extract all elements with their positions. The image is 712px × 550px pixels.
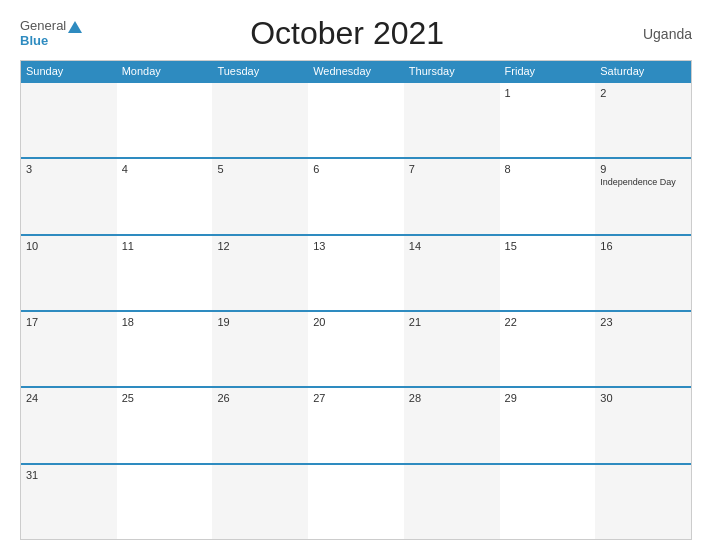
- day-number: 14: [409, 240, 495, 252]
- day-number: 15: [505, 240, 591, 252]
- day-cell: 21: [404, 312, 500, 386]
- day-number: 8: [505, 163, 591, 175]
- day-number: 11: [122, 240, 208, 252]
- day-cell: 6: [308, 159, 404, 233]
- day-cell: 10: [21, 236, 117, 310]
- calendar-title: October 2021: [82, 15, 612, 52]
- day-cell: [500, 465, 596, 539]
- logo-blue-text: Blue: [20, 34, 48, 48]
- day-cell: 22: [500, 312, 596, 386]
- logo: General Blue: [20, 19, 82, 48]
- day-cell: 28: [404, 388, 500, 462]
- day-number: 30: [600, 392, 686, 404]
- day-cell: [212, 465, 308, 539]
- day-cell: 11: [117, 236, 213, 310]
- week-row-2: 3456789Independence Day: [21, 157, 691, 233]
- day-header-saturday: Saturday: [595, 61, 691, 81]
- day-cell: 26: [212, 388, 308, 462]
- day-number: 5: [217, 163, 303, 175]
- day-cell: [21, 83, 117, 157]
- day-cell: 24: [21, 388, 117, 462]
- day-cell: 23: [595, 312, 691, 386]
- day-number: 19: [217, 316, 303, 328]
- day-number: 1: [505, 87, 591, 99]
- day-header-thursday: Thursday: [404, 61, 500, 81]
- day-cell: [404, 83, 500, 157]
- day-cell: [117, 465, 213, 539]
- day-number: 9: [600, 163, 686, 175]
- day-cell: 12: [212, 236, 308, 310]
- day-cell: [404, 465, 500, 539]
- day-cell: 19: [212, 312, 308, 386]
- day-cell: 17: [21, 312, 117, 386]
- week-row-6: 31: [21, 463, 691, 539]
- day-number: 6: [313, 163, 399, 175]
- day-number: 22: [505, 316, 591, 328]
- calendar-grid: SundayMondayTuesdayWednesdayThursdayFrid…: [20, 60, 692, 540]
- day-cell: 27: [308, 388, 404, 462]
- day-number: 18: [122, 316, 208, 328]
- day-cell: 20: [308, 312, 404, 386]
- day-number: 28: [409, 392, 495, 404]
- day-header-sunday: Sunday: [21, 61, 117, 81]
- day-number: 27: [313, 392, 399, 404]
- days-header: SundayMondayTuesdayWednesdayThursdayFrid…: [21, 61, 691, 81]
- day-cell: 13: [308, 236, 404, 310]
- day-number: 23: [600, 316, 686, 328]
- week-row-1: 12: [21, 81, 691, 157]
- day-cell: 4: [117, 159, 213, 233]
- day-cell: 3: [21, 159, 117, 233]
- day-cell: 31: [21, 465, 117, 539]
- day-number: 12: [217, 240, 303, 252]
- day-number: 21: [409, 316, 495, 328]
- day-cell: [308, 83, 404, 157]
- day-number: 26: [217, 392, 303, 404]
- day-cell: 2: [595, 83, 691, 157]
- logo-triangle-icon: [68, 21, 82, 33]
- day-event: Independence Day: [600, 177, 686, 188]
- day-header-tuesday: Tuesday: [212, 61, 308, 81]
- day-number: 2: [600, 87, 686, 99]
- day-cell: [308, 465, 404, 539]
- day-cell: 18: [117, 312, 213, 386]
- day-number: 17: [26, 316, 112, 328]
- day-number: 24: [26, 392, 112, 404]
- day-cell: 29: [500, 388, 596, 462]
- day-cell: 25: [117, 388, 213, 462]
- day-number: 10: [26, 240, 112, 252]
- day-cell: 14: [404, 236, 500, 310]
- day-number: 20: [313, 316, 399, 328]
- day-header-wednesday: Wednesday: [308, 61, 404, 81]
- day-cell: 9Independence Day: [595, 159, 691, 233]
- day-cell: [595, 465, 691, 539]
- day-cell: 8: [500, 159, 596, 233]
- header-row: General Blue October 2021 Uganda: [20, 15, 692, 52]
- day-number: 16: [600, 240, 686, 252]
- day-cell: [117, 83, 213, 157]
- day-cell: 7: [404, 159, 500, 233]
- week-row-4: 17181920212223: [21, 310, 691, 386]
- day-number: 3: [26, 163, 112, 175]
- day-cell: 5: [212, 159, 308, 233]
- week-row-3: 10111213141516: [21, 234, 691, 310]
- day-number: 25: [122, 392, 208, 404]
- day-number: 4: [122, 163, 208, 175]
- day-number: 29: [505, 392, 591, 404]
- day-cell: 30: [595, 388, 691, 462]
- weeks-container: 123456789Independence Day101112131415161…: [21, 81, 691, 539]
- day-cell: [212, 83, 308, 157]
- day-number: 31: [26, 469, 112, 481]
- calendar-container: General Blue October 2021 Uganda SundayM…: [0, 0, 712, 550]
- day-cell: 16: [595, 236, 691, 310]
- day-header-monday: Monday: [117, 61, 213, 81]
- logo-general-text: General: [20, 19, 66, 33]
- day-header-friday: Friday: [500, 61, 596, 81]
- week-row-5: 24252627282930: [21, 386, 691, 462]
- day-cell: 1: [500, 83, 596, 157]
- day-number: 13: [313, 240, 399, 252]
- country-name: Uganda: [612, 26, 692, 42]
- day-number: 7: [409, 163, 495, 175]
- day-cell: 15: [500, 236, 596, 310]
